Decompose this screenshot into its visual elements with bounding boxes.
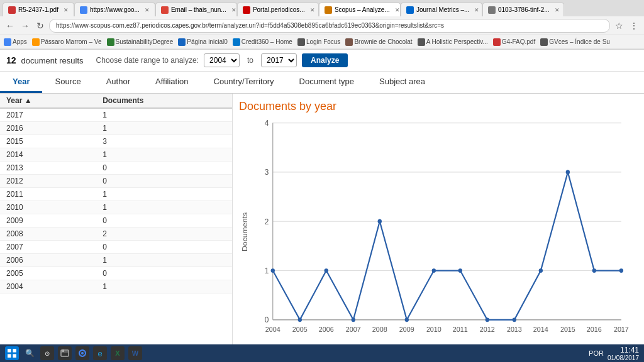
tab-favicon xyxy=(325,6,332,14)
chart-point xyxy=(486,317,489,322)
tab-country[interactable]: Country/Territory xyxy=(201,72,287,93)
clock-date: 01/08/2017 xyxy=(608,354,639,357)
bookmark-favicon xyxy=(345,38,353,46)
year-cell: 2004 xyxy=(0,280,96,293)
from-year-select[interactable]: 2004 2005 2010 2015 2017 xyxy=(204,53,240,67)
tab-portal[interactable]: Portal.periodicos... ✕ xyxy=(237,3,319,16)
year-column-header[interactable]: Year ▲ xyxy=(0,94,96,108)
bookmark-label: Brownie de Chocolat xyxy=(354,38,412,45)
chart-point xyxy=(352,317,355,322)
tab-email[interactable]: Email – thais_nun... ✕ xyxy=(155,3,237,16)
taskbar-word[interactable]: W xyxy=(128,346,142,356)
bookmark-pagina[interactable]: Página inicial0 xyxy=(178,38,228,46)
year-cell: 2012 xyxy=(0,175,96,188)
address-input[interactable] xyxy=(49,19,610,33)
docs-cell: 1 xyxy=(96,201,232,214)
svg-text:3: 3 xyxy=(265,168,269,177)
tab-img[interactable]: 0103-3786-tinf-2... ✕ xyxy=(482,3,564,16)
documents-column-header[interactable]: Documents xyxy=(96,94,232,108)
table-row: 20141 xyxy=(0,148,232,162)
tab-source[interactable]: Source xyxy=(42,72,93,93)
svg-rect-32 xyxy=(62,349,64,352)
tab-journal[interactable]: Journal Metrics –... ✕ xyxy=(401,3,482,16)
forward-button[interactable]: → xyxy=(19,19,31,32)
chart-point xyxy=(325,268,328,273)
taskbar-icons: 🔍 ⊙ e X W xyxy=(5,346,142,356)
bookmarks-bar: Apps Pássaro Marrom – Ve SustainabilityD… xyxy=(0,35,644,49)
year-cell: 2013 xyxy=(0,162,96,175)
date-range-label: Choose date range to analyze: xyxy=(96,56,199,65)
taskbar-cortana[interactable]: ⊙ xyxy=(40,346,54,356)
bookmark-credit[interactable]: Credit360 – Home xyxy=(233,38,292,46)
docs-cell: 1 xyxy=(96,188,232,201)
chart-point xyxy=(566,170,570,175)
bookmark-label: A Holistic Perspectiv... xyxy=(426,38,488,45)
svg-text:2005: 2005 xyxy=(292,326,308,333)
tab-year[interactable]: Year xyxy=(0,72,42,93)
taskbar: 🔍 ⊙ e X W POR 11:41 01/08/2017 xyxy=(0,344,644,356)
docs-cell: 0 xyxy=(96,175,232,188)
browser-chrome: R5-2437-1.pdf ✕ https://www.goo... ✕ Ema… xyxy=(0,0,644,50)
chart-title: Documents by year xyxy=(239,100,631,113)
table-row: 20050 xyxy=(0,267,232,280)
svg-text:2009: 2009 xyxy=(399,326,414,333)
close-icon[interactable]: ✕ xyxy=(474,7,479,13)
tab-subject[interactable]: Subject area xyxy=(367,72,438,93)
line-chart: Documents 0 1 2 3 xyxy=(239,119,631,344)
chart-container: Documents 0 1 2 3 xyxy=(239,119,631,344)
data-table: Year ▲ Documents 20171201612015320141201… xyxy=(0,94,233,356)
close-icon[interactable]: ✕ xyxy=(145,7,150,13)
tab-pdf[interactable]: R5-2437-1.pdf ✕ xyxy=(3,3,74,16)
bookmark-holistic[interactable]: A Holistic Perspectiv... xyxy=(418,38,488,46)
bookmark-apps[interactable]: Apps xyxy=(4,38,27,46)
analyze-button[interactable]: Analyze xyxy=(302,53,348,67)
results-label: document results xyxy=(21,56,84,65)
bookmark-login[interactable]: Login Focus xyxy=(297,38,340,46)
taskbar-search[interactable]: 🔍 xyxy=(23,346,36,356)
table-row: 20120 xyxy=(0,175,232,188)
bookmark-label: GVces – Índice de Su xyxy=(549,38,610,45)
taskbar-chrome[interactable] xyxy=(75,346,89,356)
close-icon[interactable]: ✕ xyxy=(64,7,69,13)
chart-point xyxy=(271,268,275,273)
taskbar-ie[interactable]: e xyxy=(93,346,107,356)
bookmark-favicon xyxy=(297,38,305,46)
taskbar-explorer[interactable] xyxy=(58,346,72,356)
table-row: 20153 xyxy=(0,135,232,148)
tab-google[interactable]: https://www.goo... ✕ xyxy=(74,3,155,16)
apps-icon xyxy=(4,38,11,46)
svg-text:1: 1 xyxy=(265,266,269,275)
bookmark-g4[interactable]: G4-FAQ.pdf xyxy=(493,38,535,46)
chart-point xyxy=(432,268,436,273)
close-icon[interactable]: ✕ xyxy=(231,7,236,13)
table-row: 20101 xyxy=(0,201,232,214)
bookmark-brownie[interactable]: Brownie de Chocolat xyxy=(345,38,412,46)
bookmark-gvces[interactable]: GVces – Índice de Su xyxy=(540,38,610,46)
close-icon[interactable]: ✕ xyxy=(555,7,560,13)
tab-author[interactable]: Author xyxy=(94,72,143,93)
table-row: 20090 xyxy=(0,214,232,228)
bookmark-sustain[interactable]: SustainabilityDegree xyxy=(107,38,174,46)
docs-cell: 0 xyxy=(96,162,232,175)
svg-rect-31 xyxy=(61,350,69,356)
menu-icon[interactable]: ⋮ xyxy=(628,19,640,32)
year-cell: 2016 xyxy=(0,122,96,135)
bookmark-icon[interactable]: ☆ xyxy=(613,19,625,32)
back-button[interactable]: ← xyxy=(4,19,16,32)
taskbar-excel[interactable]: X xyxy=(111,346,125,356)
tab-scopus[interactable]: Scopus – Analyze... ✕ xyxy=(319,3,401,16)
tab-affiliation[interactable]: Affiliation xyxy=(143,72,201,93)
tab-navigation: Year Source Author Affiliation Country/T… xyxy=(0,72,644,94)
to-year-select[interactable]: 2017 2016 2015 2010 xyxy=(261,53,297,67)
docs-cell: 2 xyxy=(96,228,232,241)
close-icon[interactable]: ✕ xyxy=(310,7,315,13)
tab-doctype[interactable]: Document type xyxy=(287,72,367,93)
bookmark-passaro[interactable]: Pássaro Marrom – Ve xyxy=(32,38,102,46)
reload-button[interactable]: ↻ xyxy=(34,19,47,32)
svg-text:2010: 2010 xyxy=(426,326,441,333)
tab-label: 0103-3786-tinf-2... xyxy=(498,6,550,13)
tab-label: https://www.goo... xyxy=(90,6,140,13)
tab-label: R5-2437-1.pdf xyxy=(18,6,58,13)
start-button[interactable] xyxy=(5,346,19,356)
close-icon[interactable]: ✕ xyxy=(395,7,400,13)
